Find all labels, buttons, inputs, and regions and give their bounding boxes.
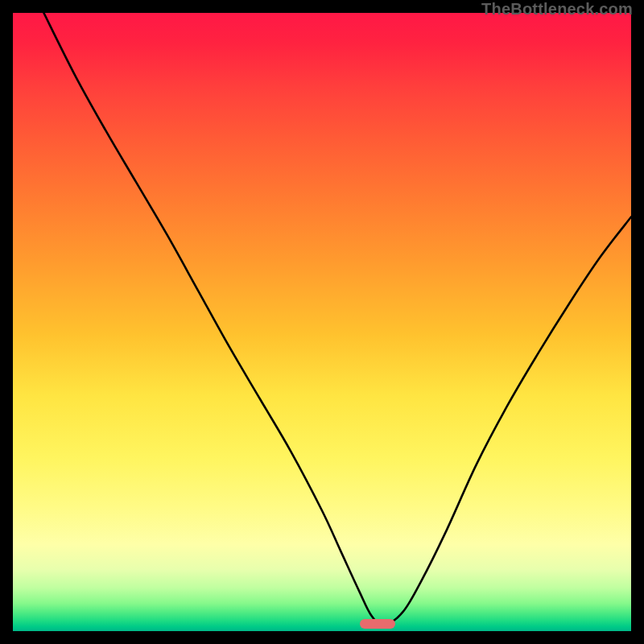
bottleneck-curve (13, 13, 631, 631)
plot-area (13, 13, 631, 631)
chart-stage: TheBottleneck.com (0, 0, 644, 644)
optimal-point-marker (360, 619, 395, 629)
